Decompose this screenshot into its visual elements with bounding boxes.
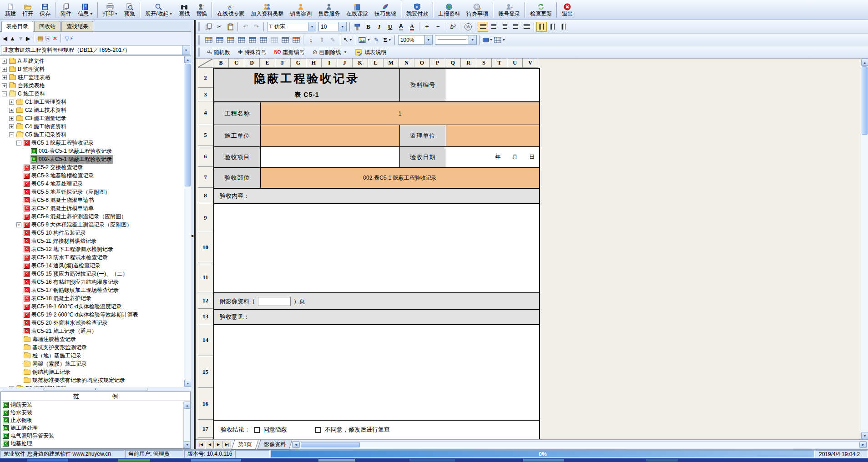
- media-count-input[interactable]: [258, 297, 291, 306]
- scroll-up-icon[interactable]: ▲: [861, 59, 868, 66]
- tab-recycle-bin[interactable]: 回收站: [34, 21, 61, 31]
- tree-item[interactable]: +A 基建文件: [0, 57, 184, 65]
- column-header-E[interactable]: E: [260, 59, 275, 68]
- project-name-value-cell[interactable]: 1: [261, 102, 539, 125]
- tree-item[interactable]: ✕表C5-18 混凝土养护记录: [0, 294, 184, 302]
- split-cells-button[interactable]: [258, 35, 268, 45]
- supervisor-value-cell[interactable]: [446, 125, 539, 146]
- replace-button[interactable]: 替换: [193, 1, 210, 19]
- tree-item[interactable]: 规范标准要求有记录的均应按规定记录: [0, 376, 184, 384]
- online-expert-button[interactable]: e在线找专家: [214, 1, 247, 19]
- arrow-right-icon[interactable]: ▶: [26, 35, 30, 41]
- example-item[interactable]: ✕电气照明导管安装: [1, 432, 190, 440]
- tree-item[interactable]: 网架（索膜）施工记录: [0, 360, 184, 368]
- vertical-text-left-button[interactable]: [536, 22, 547, 32]
- agree-checkbox[interactable]: [254, 427, 260, 433]
- scroll-up-icon[interactable]: ▲: [184, 402, 191, 409]
- form-subtitle-cell[interactable]: 表 C5-1: [214, 88, 399, 101]
- row-header-8[interactable]: 8: [198, 188, 213, 203]
- tree-item[interactable]: ✕表C5-3 地基验槽检查记录: [0, 171, 184, 180]
- expand-icon[interactable]: +: [2, 83, 7, 88]
- scroll-right-icon[interactable]: ▶: [859, 442, 867, 448]
- zoom-combo[interactable]: 100%▼: [398, 35, 433, 45]
- tree-item[interactable]: ✕表C5-21 施工记录（通用）: [0, 327, 184, 335]
- tree-item[interactable]: ✕表C5-8 混凝土养护测温记录（应附图）: [0, 212, 184, 221]
- row-height-button[interactable]: ↕: [306, 35, 316, 45]
- acceptance-item-value-cell[interactable]: [261, 147, 400, 167]
- tree-item[interactable]: 基坑支护变形监测记录: [0, 343, 184, 352]
- tree-item[interactable]: −C 施工资料: [0, 90, 184, 98]
- vertical-text-center-button[interactable]: [547, 22, 558, 32]
- arrow-up-icon[interactable]: ▲: [10, 35, 15, 41]
- exit-button[interactable]: 退出: [559, 1, 576, 19]
- column-headers[interactable]: BCDEFGHIJKLMNOPQRSTUV: [198, 59, 540, 68]
- arrow-left-icon[interactable]: ◀: [3, 35, 7, 41]
- sheet-nav-next-button[interactable]: ▶: [214, 441, 222, 448]
- attachment-button[interactable]: 附件: [57, 1, 75, 19]
- column-header-B[interactable]: B: [213, 59, 229, 68]
- tree-item[interactable]: +✕表C5-9 大体积混凝土测温记录（应附图）: [0, 221, 184, 229]
- delete-cells-button[interactable]: [269, 35, 279, 45]
- row-header-15[interactable]: 15: [198, 356, 213, 388]
- lock-cell-button[interactable]: [291, 35, 301, 45]
- clear-format-button[interactable]: ✎: [328, 35, 338, 45]
- chevron-down-icon[interactable]: ▼: [338, 22, 346, 31]
- new-button[interactable]: 新建: [2, 1, 19, 19]
- tree-item[interactable]: +C3 施工测量记录: [0, 114, 184, 122]
- tab-search-results[interactable]: 查找结果: [61, 21, 93, 31]
- sheet-nav-prev-button[interactable]: ◀: [206, 441, 214, 448]
- align-justify-button[interactable]: [478, 22, 488, 32]
- print-button[interactable]: 打印▼: [100, 1, 121, 19]
- tree-item[interactable]: −C5 施工记录资料: [0, 131, 184, 139]
- row-header-7[interactable]: 7: [198, 167, 213, 188]
- column-header-L[interactable]: L: [368, 59, 384, 68]
- scroll-down-icon[interactable]: ▼: [184, 441, 191, 448]
- expand-collapse-button[interactable]: 展开/收起▼: [142, 1, 176, 19]
- tree-item[interactable]: ✕表C5-20 外窗淋水试验检查记录: [0, 319, 184, 327]
- copy-button[interactable]: [203, 22, 214, 32]
- sheet-nav-first-button[interactable]: |◀: [197, 441, 205, 448]
- builder-value-cell[interactable]: [261, 125, 400, 146]
- sheet-horizontal-scrollbar[interactable]: ◀ ▶: [292, 441, 867, 448]
- row-header-5[interactable]: 5: [198, 124, 213, 146]
- expand-icon[interactable]: +: [9, 386, 14, 387]
- form-title-cell[interactable]: 隐蔽工程验收记录: [214, 69, 399, 88]
- column-header-G[interactable]: G: [291, 59, 306, 68]
- chevron-down-icon[interactable]: ▼: [388, 38, 391, 41]
- bold-button[interactable]: B: [363, 22, 373, 32]
- panel-splitter[interactable]: ▼: [0, 387, 191, 392]
- line-style-combo[interactable]: ▼: [435, 35, 477, 45]
- column-header-K[interactable]: K: [353, 59, 368, 68]
- grid-settings-button[interactable]: [280, 35, 290, 45]
- tree-item[interactable]: 幕墙注胶检查记录: [0, 335, 184, 343]
- column-header-O[interactable]: O: [414, 59, 430, 68]
- sum-button[interactable]: Σ▼: [382, 35, 393, 45]
- column-header-M[interactable]: M: [384, 59, 399, 68]
- row-header-16[interactable]: 16: [198, 388, 213, 420]
- chevron-down-icon[interactable]: ▼: [469, 35, 476, 44]
- filter-lightning-icon[interactable]: ▽⚡: [65, 35, 73, 41]
- info-button[interactable]: 信息▼: [75, 1, 96, 19]
- row-header-14[interactable]: 14: [198, 324, 213, 356]
- copy-sheet-icon[interactable]: ⎘: [45, 35, 50, 41]
- renumber-button[interactable]: NO重新编号: [271, 47, 308, 57]
- column-header-V[interactable]: V: [523, 59, 538, 68]
- expand-icon[interactable]: +: [9, 108, 14, 113]
- tree-item[interactable]: ✕表C5-13 防水工程试水检查记录: [0, 253, 184, 261]
- expand-icon[interactable]: +: [16, 222, 21, 227]
- random-number-button[interactable]: ¹²₃随机数: [203, 47, 234, 57]
- select-pointer-button[interactable]: ↖▼: [343, 35, 353, 45]
- column-header-N[interactable]: N: [399, 59, 414, 68]
- align-center-button[interactable]: [500, 22, 510, 32]
- align-distribute-button[interactable]: [521, 22, 532, 32]
- delete-x-icon[interactable]: ✕: [52, 35, 57, 41]
- decrease-font-button[interactable]: −: [433, 22, 443, 32]
- tree-item[interactable]: ✕表C5-11 焊接材料烘焙记录: [0, 237, 184, 245]
- chevron-down-icon[interactable]: ▼: [424, 35, 432, 44]
- example-item[interactable]: ✕给水安装: [1, 409, 190, 417]
- account-login-button[interactable]: 账号登录: [495, 1, 523, 19]
- example-item[interactable]: ✕止水钢板: [1, 417, 190, 424]
- preview-button[interactable]: 预览: [121, 1, 138, 19]
- standard-selector[interactable]: 北京市建筑工程资料管理规程（DB11／T695-2017） ▼: [1, 45, 190, 55]
- join-group-button[interactable]: 加入资料员群: [247, 1, 287, 19]
